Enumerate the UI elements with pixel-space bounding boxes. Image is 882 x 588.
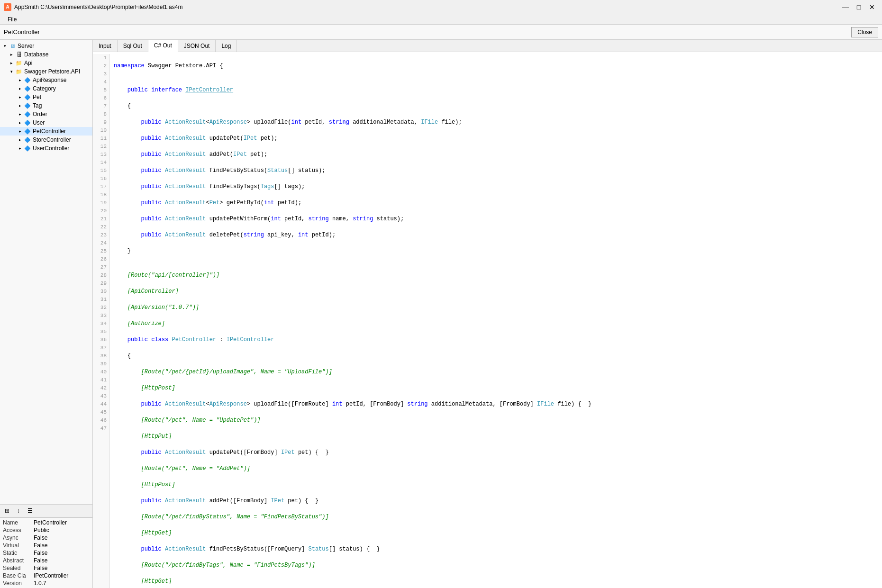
- server-icon: 🖥: [9, 42, 16, 50]
- prop-static-label: Static: [3, 550, 34, 556]
- tree-toggle-apiresponse[interactable]: ▸: [17, 77, 23, 83]
- tree-toggle-storecontroller[interactable]: ▸: [17, 137, 23, 143]
- minimize-button[interactable]: —: [839, 1, 852, 13]
- prop-virtual-label: Virtual: [3, 542, 34, 549]
- prop-access-value: Public: [34, 527, 90, 534]
- app-title: PetController: [4, 28, 40, 36]
- prop-row-access: Access Public: [2, 526, 91, 534]
- prop-row-async: Async False: [2, 534, 91, 542]
- sidebar-item-usercontroller[interactable]: ▸ 🔷 UserController: [0, 144, 92, 153]
- tree-toggle-database[interactable]: ▸: [9, 52, 14, 57]
- sidebar-label-tag: Tag: [33, 102, 42, 109]
- sidebar-label-petcontroller: PetController: [33, 128, 66, 135]
- prop-version-value: 1.0.7: [34, 580, 90, 587]
- tab-input[interactable]: Input: [93, 40, 118, 52]
- sidebar-item-storecontroller[interactable]: ▸ 🔷 StoreController: [0, 136, 92, 144]
- tree-toggle-pet[interactable]: ▸: [17, 94, 23, 100]
- sidebar-item-apiresponse[interactable]: ▸ 🔷 ApiResponse: [0, 76, 92, 84]
- category-icon: 🔷: [24, 85, 31, 92]
- tree-toggle-swagger[interactable]: ▾: [9, 69, 14, 74]
- prop-abstract-value: False: [34, 557, 90, 564]
- toolbar-add-button[interactable]: ⊞: [2, 506, 12, 516]
- prop-row-abstract: Abstract False: [2, 557, 91, 564]
- tree-view: ▾ 🖥 Server ▸ 🗄 Database ▸ 📁 Api ▾ 📁 Swag…: [0, 40, 92, 504]
- tab-sqlout[interactable]: Sql Out: [118, 40, 148, 52]
- toolbar-menu-button[interactable]: ☰: [25, 506, 35, 516]
- tree-toggle-api[interactable]: ▸: [9, 60, 14, 66]
- sidebar-item-swagger[interactable]: ▾ 📁 Swagger Petstore.API: [0, 67, 92, 76]
- sidebar-label-swagger: Swagger Petstore.API: [24, 68, 80, 75]
- main-layout: ▾ 🖥 Server ▸ 🗄 Database ▸ 📁 Api ▾ 📁 Swag…: [0, 40, 882, 588]
- app-title-bar: PetController Close: [0, 25, 882, 40]
- prop-virtual-value: False: [34, 542, 90, 549]
- tree-toggle-petcontroller[interactable]: ▸: [17, 128, 23, 134]
- sidebar-item-database[interactable]: ▸ 🗄 Database: [0, 50, 92, 59]
- sidebar-item-tag[interactable]: ▸ 🔷 Tag: [0, 101, 92, 110]
- prop-async-value: False: [34, 534, 90, 541]
- sidebar-item-petcontroller[interactable]: ▸ 🔷 PetController: [0, 127, 92, 136]
- usercontroller-icon: 🔷: [24, 145, 31, 152]
- sidebar-label-api: Api: [24, 60, 32, 66]
- code-editor[interactable]: 123 456 789 101112 131415 161718 192021 …: [93, 52, 882, 588]
- tab-log[interactable]: Log: [216, 40, 237, 52]
- prop-static-value: False: [34, 550, 90, 556]
- toolbar-sort-button[interactable]: ↕: [13, 506, 24, 516]
- api-icon: 📁: [15, 59, 23, 67]
- prop-baseclass-label: Base Cla: [3, 572, 34, 579]
- prop-access-label: Access: [3, 527, 34, 534]
- sidebar-item-category[interactable]: ▸ 🔷 Category: [0, 84, 92, 93]
- tree-toggle-usercontroller[interactable]: ▸: [17, 145, 23, 151]
- pet-icon: 🔷: [24, 93, 31, 101]
- content-area: Input Sql Out C# Out JSON Out Log 123 45…: [93, 40, 882, 588]
- sidebar-label-user: User: [33, 119, 45, 126]
- title-bar-controls: — □ ✕: [839, 1, 878, 13]
- close-button[interactable]: Close: [851, 27, 878, 37]
- tree-toggle-user[interactable]: ▸: [17, 120, 23, 126]
- tree-toggle-tag[interactable]: ▸: [17, 103, 23, 109]
- prop-version-label: Version: [3, 580, 34, 587]
- menu-bar: File: [0, 14, 882, 25]
- sidebar-item-api[interactable]: ▸ 📁 Api: [0, 59, 92, 67]
- window-close-button[interactable]: ✕: [866, 1, 878, 13]
- sidebar-item-order[interactable]: ▸ 🔷 Order: [0, 110, 92, 118]
- sidebar-label-apiresponse: ApiResponse: [33, 77, 66, 83]
- sidebar-label-server: Server: [18, 43, 34, 49]
- sidebar-toolbar: ⊞ ↕ ☰: [0, 504, 92, 517]
- prop-async-label: Async: [3, 534, 34, 541]
- user-icon: 🔷: [24, 119, 31, 127]
- prop-name-value: PetController: [34, 519, 90, 526]
- menu-file[interactable]: File: [4, 15, 20, 24]
- properties-panel: Name PetController Access Public Async F…: [0, 517, 92, 588]
- maximize-button[interactable]: □: [853, 1, 865, 13]
- petcontroller-icon: 🔷: [24, 127, 31, 135]
- prop-row-static: Static False: [2, 549, 91, 557]
- tree-toggle-category[interactable]: ▸: [17, 86, 23, 91]
- sidebar-label-order: Order: [33, 111, 47, 118]
- tab-bar: Input Sql Out C# Out JSON Out Log: [93, 40, 882, 52]
- prop-row-name: Name PetController: [2, 519, 91, 526]
- tab-csout[interactable]: C# Out: [148, 40, 178, 52]
- app-icon: A: [4, 3, 11, 11]
- storecontroller-icon: 🔷: [24, 136, 31, 144]
- prop-name-label: Name: [3, 519, 34, 526]
- tab-jsonout[interactable]: JSON Out: [178, 40, 216, 52]
- sidebar-item-pet[interactable]: ▸ 🔷 Pet: [0, 93, 92, 101]
- sidebar-item-server[interactable]: ▾ 🖥 Server: [0, 42, 92, 50]
- sidebar-label-usercontroller: UserController: [33, 145, 69, 152]
- title-bar: A AppSmith C:\Users\mmeents\Desktop\Prom…: [0, 0, 882, 14]
- title-bar-left: A AppSmith C:\Users\mmeents\Desktop\Prom…: [4, 3, 182, 11]
- prop-row-baseclass: Base Cla IPetController: [2, 572, 91, 579]
- sidebar-label-pet: Pet: [33, 94, 41, 100]
- apiresponse-icon: 🔷: [24, 76, 31, 84]
- code-area: 123 456 789 101112 131415 161718 192021 …: [93, 54, 882, 588]
- line-numbers: 123 456 789 101112 131415 161718 192021 …: [93, 54, 110, 588]
- code-content[interactable]: namespace Swagger_Petstore.API { public …: [110, 54, 882, 588]
- database-icon: 🗄: [15, 51, 23, 58]
- sidebar-item-user[interactable]: ▸ 🔷 User: [0, 118, 92, 127]
- tree-toggle-server[interactable]: ▾: [2, 43, 8, 49]
- sidebar: ▾ 🖥 Server ▸ 🗄 Database ▸ 📁 Api ▾ 📁 Swag…: [0, 40, 93, 588]
- title-bar-text: AppSmith C:\Users\mmeents\Desktop\Prompt…: [14, 4, 182, 10]
- order-icon: 🔷: [24, 110, 31, 118]
- prop-sealed-label: Sealed: [3, 565, 34, 571]
- tree-toggle-order[interactable]: ▸: [17, 111, 23, 117]
